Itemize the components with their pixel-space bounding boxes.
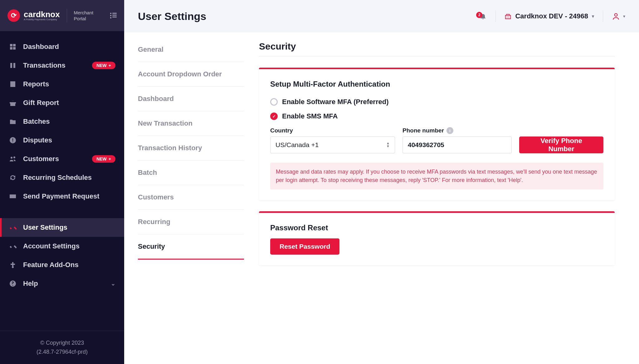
phone-input[interactable] bbox=[402, 136, 512, 153]
country-value: US/Canada +1 bbox=[276, 141, 319, 149]
nav-item-dashboard[interactable]: Dashboard bbox=[0, 37, 124, 56]
nav-item-help[interactable]: Help ⌄ bbox=[0, 274, 124, 293]
logo[interactable]: ⟳ cardknox A Fidelity Payments Company bbox=[7, 9, 60, 22]
customers-icon bbox=[9, 155, 17, 163]
mfa-option-sms[interactable]: ✓ Enable SMS MFA bbox=[270, 109, 603, 123]
recurring-icon bbox=[9, 174, 17, 182]
mfa-option-software[interactable]: Enable Software MFA (Preferred) bbox=[270, 95, 603, 109]
main: User Settings 2 Cardknox DEV - 24968 ▾ ▾ bbox=[124, 0, 639, 364]
nav-label: User Settings bbox=[23, 223, 67, 232]
tab-recurring[interactable]: Recurring bbox=[138, 210, 244, 234]
building-icon bbox=[505, 13, 511, 20]
account-name: Cardknox DEV - 24968 bbox=[515, 12, 588, 20]
transactions-icon bbox=[9, 61, 17, 69]
tab-new-transaction[interactable]: New Transaction bbox=[138, 111, 244, 136]
new-badge: NEW+ bbox=[92, 62, 115, 69]
reports-icon bbox=[9, 80, 17, 88]
logo-sub: A Fidelity Payments Company bbox=[24, 18, 60, 21]
tab-batch[interactable]: Batch bbox=[138, 160, 244, 185]
nav-label: Send Payment Request bbox=[23, 192, 100, 200]
nav-item-disputes[interactable]: Disputes bbox=[0, 131, 124, 150]
section-title: Security bbox=[259, 37, 615, 52]
account-settings-icon bbox=[9, 242, 17, 250]
info-icon[interactable]: i bbox=[446, 127, 453, 134]
country-select[interactable]: US/Canada +1 ▲▼ bbox=[270, 136, 395, 153]
tab-transaction-history[interactable]: Transaction History bbox=[138, 136, 244, 160]
nav-label: Transactions bbox=[23, 61, 66, 69]
account-selector[interactable]: Cardknox DEV - 24968 ▾ bbox=[505, 12, 594, 20]
help-icon bbox=[9, 280, 17, 288]
radio-checked-icon: ✓ bbox=[270, 113, 278, 120]
nav-item-feature-add-ons[interactable]: Feature Add-Ons bbox=[0, 256, 124, 274]
send-payment-icon bbox=[9, 192, 17, 200]
sidebar: ⟳ cardknox A Fidelity Payments Company M… bbox=[0, 0, 124, 364]
country-label: Country bbox=[270, 127, 395, 134]
password-card: Password Reset Reset Password bbox=[259, 211, 615, 265]
divider bbox=[603, 10, 603, 22]
new-badge: NEW+ bbox=[92, 155, 115, 163]
reset-password-button[interactable]: Reset Password bbox=[270, 238, 339, 255]
mfa-software-label: Enable Software MFA (Preferred) bbox=[282, 98, 388, 106]
logo-text: cardknox bbox=[24, 10, 60, 18]
nav-item-gift-report[interactable]: Gift Report bbox=[0, 93, 124, 112]
nav-label: Recurring Schedules bbox=[23, 174, 92, 182]
gift-icon bbox=[9, 99, 17, 107]
main-nav: Dashboard Transactions NEW+ Reports Gift… bbox=[0, 31, 124, 331]
notifications-button[interactable]: 2 bbox=[479, 12, 487, 20]
grid-icon bbox=[9, 43, 17, 51]
select-chevrons-icon: ▲▼ bbox=[386, 142, 390, 148]
sidebar-header: ⟳ cardknox A Fidelity Payments Company M… bbox=[0, 0, 124, 31]
nav-label: Gift Report bbox=[23, 99, 59, 107]
nav-label: Help bbox=[23, 280, 38, 288]
user-settings-icon bbox=[9, 223, 17, 232]
nav-item-user-settings[interactable]: User Settings bbox=[0, 218, 124, 237]
nav-item-batches[interactable]: Batches bbox=[0, 112, 124, 131]
phone-label: Phone number bbox=[402, 127, 444, 134]
divider bbox=[67, 9, 67, 22]
nav-item-transactions[interactable]: Transactions NEW+ bbox=[0, 56, 124, 75]
chevron-down-icon: ⌄ bbox=[111, 280, 115, 287]
verify-phone-button[interactable]: Verify Phone Number bbox=[519, 136, 603, 153]
nav-label: Reports bbox=[23, 80, 49, 88]
nav-label: Account Settings bbox=[23, 242, 80, 250]
copyright: © Copyright 2023 bbox=[7, 338, 117, 347]
chevron-down-icon: ▾ bbox=[623, 14, 625, 19]
feature-icon bbox=[9, 261, 17, 269]
mfa-alert: Message and data rates may apply. If you… bbox=[270, 163, 603, 189]
user-menu[interactable]: ▾ bbox=[612, 12, 625, 20]
nav-item-customers[interactable]: Customers NEW+ bbox=[0, 150, 124, 168]
radio-unchecked-icon bbox=[270, 98, 278, 106]
nav-label: Batches bbox=[23, 117, 50, 126]
tab-security[interactable]: Security bbox=[138, 234, 244, 260]
tab-general[interactable]: General bbox=[138, 37, 244, 62]
nav-item-recurring-schedules[interactable]: Recurring Schedules bbox=[0, 168, 124, 187]
chevron-down-icon: ▾ bbox=[592, 14, 594, 19]
mfa-sms-label: Enable SMS MFA bbox=[282, 112, 338, 120]
tab-account-dropdown-order[interactable]: Account Dropdown Order bbox=[138, 62, 244, 87]
nav-label: Disputes bbox=[23, 136, 52, 144]
alert-icon bbox=[9, 136, 17, 144]
mfa-title: Setup Multi-Factor Authentication bbox=[270, 80, 603, 89]
sidebar-footer: © Copyright 2023 (2.48.7-27964cf-prd) bbox=[0, 331, 124, 364]
nav-label: Customers bbox=[23, 155, 59, 163]
divider bbox=[495, 10, 496, 22]
nav-item-send-payment-request[interactable]: Send Payment Request bbox=[0, 187, 124, 206]
settings-panel: Security Setup Multi-Factor Authenticati… bbox=[259, 37, 615, 350]
page-title: User Settings bbox=[138, 10, 206, 22]
settings-tabs: GeneralAccount Dropdown OrderDashboardNe… bbox=[138, 37, 244, 350]
nav-item-reports[interactable]: Reports bbox=[0, 75, 124, 93]
nav-label: Dashboard bbox=[23, 43, 59, 51]
nav-item-account-settings[interactable]: Account Settings bbox=[0, 237, 124, 256]
topbar: User Settings 2 Cardknox DEV - 24968 ▾ ▾ bbox=[124, 0, 639, 32]
version: (2.48.7-27964cf-prd) bbox=[7, 347, 117, 357]
menu-collapse-icon[interactable] bbox=[110, 13, 117, 18]
tab-dashboard[interactable]: Dashboard bbox=[138, 87, 244, 111]
folder-icon bbox=[9, 117, 17, 126]
tab-customers[interactable]: Customers bbox=[138, 185, 244, 210]
password-title: Password Reset bbox=[270, 223, 603, 232]
nav-label: Feature Add-Ons bbox=[23, 261, 79, 269]
portal-label: MerchantPortal bbox=[74, 10, 94, 22]
content: GeneralAccount Dropdown OrderDashboardNe… bbox=[124, 32, 639, 364]
divider bbox=[259, 56, 615, 56]
user-icon bbox=[612, 12, 620, 20]
